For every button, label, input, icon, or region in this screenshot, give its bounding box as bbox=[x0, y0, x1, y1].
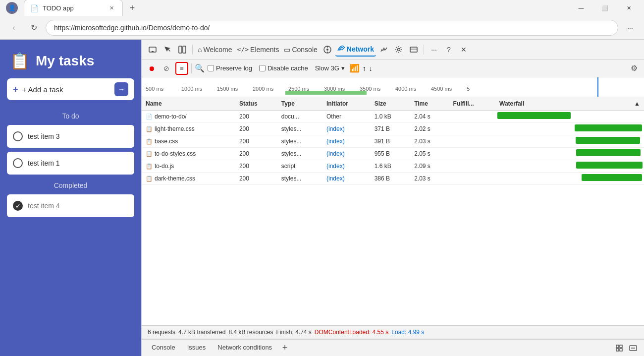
tab-welcome[interactable]: ⌂ Welcome bbox=[196, 43, 234, 57]
waterfall-bar bbox=[576, 162, 643, 169]
upload-icon: ↑ bbox=[363, 64, 366, 72]
tab-console[interactable]: ▭ Console bbox=[282, 43, 319, 57]
row-initiator: (index) bbox=[322, 160, 371, 173]
disable-cache-checkbox[interactable]: Disable cache bbox=[259, 64, 308, 72]
table-row[interactable]: 📄demo-to-do/ 200 docu... Other 1.0 kB 2.… bbox=[142, 111, 644, 123]
task-item-4[interactable]: ✓ test item 4 bbox=[7, 194, 134, 217]
devtools-bottom-tabs: Console Issues Network conditions + bbox=[142, 339, 644, 356]
bottom-tab-console[interactable]: Console bbox=[146, 340, 181, 356]
task-checkbox-4[interactable]: ✓ bbox=[13, 201, 23, 211]
table-row[interactable]: 📋to-do.js 200 script (index) 1.6 kB 2.09… bbox=[142, 160, 644, 173]
tab-close-button[interactable]: ✕ bbox=[107, 3, 116, 13]
task-text-4: test item 4 bbox=[28, 202, 60, 210]
devtools-panel: ⌂ Welcome </> Elements ▭ Console bbox=[141, 40, 644, 356]
task-text-1: test item 1 bbox=[28, 159, 60, 167]
throttle-selector[interactable]: Slow 3G ▾ bbox=[315, 64, 345, 72]
record-button[interactable]: ⏺ bbox=[146, 62, 158, 74]
initiator-link[interactable]: (index) bbox=[326, 163, 345, 170]
task-item-3[interactable]: test item 3 bbox=[7, 125, 134, 148]
add-task-arrow-button[interactable]: → bbox=[114, 82, 128, 96]
ruler-1: 1000 ms bbox=[181, 86, 217, 92]
address-input[interactable] bbox=[46, 20, 618, 36]
tab-application-icon[interactable] bbox=[407, 43, 421, 57]
toolbar-sep-1 bbox=[192, 45, 193, 55]
row-size: 955 B bbox=[371, 148, 411, 160]
svg-rect-3 bbox=[183, 46, 186, 53]
col-size[interactable]: Size bbox=[371, 97, 411, 111]
table-row[interactable]: 📋light-theme.css 200 styles... (index) 3… bbox=[142, 123, 644, 135]
tab-sources-icon[interactable] bbox=[321, 43, 334, 57]
ruler-8: 4500 ms bbox=[431, 86, 467, 92]
close-button[interactable]: ✕ bbox=[617, 0, 640, 16]
initiator-link[interactable]: (index) bbox=[326, 175, 345, 182]
row-type: script bbox=[277, 160, 322, 173]
preserve-log-input[interactable] bbox=[208, 65, 214, 71]
col-fulfill[interactable]: Fulfill... bbox=[449, 97, 495, 111]
add-task-text: + Add a task bbox=[22, 85, 110, 94]
more-tools-button[interactable]: ··· bbox=[427, 43, 441, 57]
app-sidebar: 📋 My tasks + + Add a task → To do test i… bbox=[0, 40, 141, 356]
browser-tab-active[interactable]: 📄 TODO app ✕ bbox=[24, 0, 123, 17]
initiator-link[interactable]: (index) bbox=[326, 125, 345, 132]
svg-point-8 bbox=[398, 48, 400, 51]
task-item-1[interactable]: test item 1 bbox=[7, 152, 134, 175]
new-tab-button[interactable]: + bbox=[125, 0, 140, 17]
network-settings-icon[interactable]: ⚙ bbox=[628, 62, 640, 74]
filter-button[interactable]: ≡ bbox=[175, 62, 188, 75]
help-button[interactable]: ? bbox=[442, 43, 456, 57]
row-waterfall bbox=[495, 160, 644, 173]
search-icon[interactable]: 🔍 bbox=[195, 63, 205, 73]
minimize-button[interactable]: — bbox=[570, 0, 592, 16]
initiator-link[interactable]: (index) bbox=[326, 138, 345, 145]
bottom-tab-network-conditions[interactable]: Network conditions bbox=[212, 340, 278, 356]
row-size: 371 B bbox=[371, 123, 411, 135]
col-time[interactable]: Time bbox=[410, 97, 449, 111]
col-initiator[interactable]: Initiator bbox=[322, 97, 371, 111]
table-row[interactable]: 📋dark-theme.css 200 styles... (index) 38… bbox=[142, 173, 644, 185]
user-avatar-area[interactable]: 👤 bbox=[4, 0, 20, 16]
maximize-button[interactable]: ⬜ bbox=[593, 0, 616, 16]
col-type[interactable]: Type bbox=[277, 97, 322, 111]
row-type: docu... bbox=[277, 111, 322, 123]
disable-cache-input[interactable] bbox=[259, 65, 266, 71]
preserve-log-checkbox[interactable]: Preserve log bbox=[208, 64, 252, 72]
svg-point-5 bbox=[326, 49, 328, 51]
task-checkbox-1[interactable] bbox=[13, 158, 23, 168]
network-signal-icon: 📶 bbox=[350, 63, 360, 73]
panel-layout-button[interactable] bbox=[175, 43, 189, 57]
add-task-bar[interactable]: + + Add a task → bbox=[7, 78, 134, 100]
col-waterfall[interactable]: Waterfall ▲ bbox=[495, 97, 644, 111]
bottom-tab-issues[interactable]: Issues bbox=[181, 340, 212, 356]
tab-performance-icon[interactable] bbox=[377, 43, 391, 57]
reload-button[interactable]: ↻ bbox=[26, 20, 42, 36]
row-size: 1.0 kB bbox=[371, 111, 411, 123]
user-avatar: 👤 bbox=[6, 2, 18, 14]
row-size: 1.6 kB bbox=[371, 160, 411, 173]
bottom-icon-1[interactable] bbox=[612, 341, 626, 355]
tab-network[interactable]: Network bbox=[335, 43, 376, 57]
table-row[interactable]: 📋to-do-styles.css 200 styles... (index) … bbox=[142, 148, 644, 160]
back-button[interactable]: ‹ bbox=[6, 20, 22, 36]
col-status[interactable]: Status bbox=[235, 97, 277, 111]
tab-settings-icon[interactable] bbox=[392, 43, 406, 57]
ruler-0: 500 ms bbox=[146, 86, 181, 92]
device-toggle-button[interactable] bbox=[146, 43, 160, 57]
elements-label: Elements bbox=[250, 46, 279, 54]
row-fulfill bbox=[449, 148, 495, 160]
col-name[interactable]: Name bbox=[142, 97, 235, 111]
clear-button[interactable]: ⊘ bbox=[161, 62, 172, 74]
task-checkbox-3[interactable] bbox=[13, 131, 23, 141]
bottom-tab-add-button[interactable]: + bbox=[278, 341, 292, 355]
devtools-close-button[interactable]: ✕ bbox=[457, 43, 471, 57]
initiator-link[interactable]: (index) bbox=[326, 150, 345, 157]
table-header-row: Name Status Type Initiator Size Time Ful… bbox=[142, 97, 644, 111]
tab-elements[interactable]: </> Elements bbox=[235, 43, 281, 57]
table-row[interactable]: 📋base.css 200 styles... (index) 391 B 2.… bbox=[142, 135, 644, 148]
row-initiator: Other bbox=[322, 111, 371, 123]
row-status: 200 bbox=[235, 160, 277, 173]
home-icon: ⌂ bbox=[198, 46, 202, 54]
browser-menu-button[interactable]: ··· bbox=[622, 20, 638, 36]
inspect-button[interactable] bbox=[161, 43, 174, 57]
bottom-icon-2[interactable] bbox=[626, 341, 640, 355]
row-status: 200 bbox=[235, 111, 277, 123]
